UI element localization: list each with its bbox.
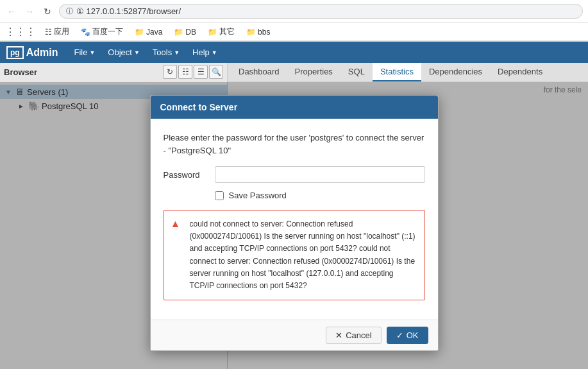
browser-toolbar: Browser ↻ ☷ ☰ 🔍 bbox=[0, 63, 227, 82]
error-text: could not connect to server: Connection … bbox=[190, 218, 417, 292]
save-password-label: Save Password bbox=[229, 191, 287, 200]
browser-toolbar-buttons: ↻ ☷ ☰ 🔍 bbox=[163, 65, 223, 79]
bookmark-java[interactable]: 📁 Java bbox=[132, 26, 165, 38]
menu-file-arrow: ▼ bbox=[89, 49, 95, 56]
modal-description: Please enter the password for the user '… bbox=[164, 132, 425, 157]
folder-icon-bbs: 📁 bbox=[246, 28, 256, 37]
tab-properties[interactable]: Properties bbox=[287, 63, 340, 82]
menu-help[interactable]: Help ▼ bbox=[186, 45, 224, 60]
folder-icon-db: 📁 bbox=[174, 28, 183, 37]
menu-object-label: Object bbox=[108, 47, 132, 57]
address-bar[interactable]: ⓘ ① 127.0.0.1:52877/browser/ bbox=[59, 4, 583, 19]
password-input[interactable] bbox=[215, 166, 425, 183]
forward-button[interactable]: → bbox=[23, 5, 36, 18]
pg-admin-text: Admin bbox=[26, 47, 58, 58]
cancel-button[interactable]: ✕ Cancel bbox=[326, 327, 381, 344]
url-text: ① 127.0.0.1:52877/browser/ bbox=[76, 6, 181, 16]
tab-dependencies[interactable]: Dependencies bbox=[421, 63, 490, 82]
lock-icon: ⓘ bbox=[66, 6, 73, 16]
folder-icon-java: 📁 bbox=[135, 28, 144, 37]
tab-dependents[interactable]: Dependents bbox=[490, 63, 550, 82]
tab-statistics[interactable]: Statistics bbox=[373, 63, 421, 82]
menu-tools-label: Tools bbox=[153, 47, 172, 57]
tab-sql[interactable]: SQL bbox=[340, 63, 373, 82]
ok-button[interactable]: ✓ OK bbox=[387, 327, 428, 344]
baidu-label: 百度一下 bbox=[92, 26, 123, 37]
menu-file-label: File bbox=[74, 47, 87, 57]
right-panel: Dashboard Properties SQL Statistics Depe… bbox=[228, 63, 588, 369]
bookmark-baidu[interactable]: 🐾 百度一下 bbox=[78, 25, 126, 39]
menu-object-arrow: ▼ bbox=[134, 49, 140, 56]
modal-overlay: Connect to Server Please enter the passw… bbox=[0, 82, 588, 369]
menu-tools-arrow: ▼ bbox=[174, 49, 180, 56]
browser-chrome: ← → ↻ ⓘ ① 127.0.0.1:52877/browser/ ⋮⋮⋮ ☷… bbox=[0, 0, 588, 42]
browser-refresh-button[interactable]: ↻ bbox=[163, 65, 177, 79]
apps-button[interactable]: ⋮⋮⋮ bbox=[5, 26, 36, 38]
password-label: Password bbox=[164, 170, 215, 180]
menu-tools[interactable]: Tools ▼ bbox=[146, 45, 186, 60]
other-label: 其它 bbox=[219, 26, 235, 37]
bookmark-apps[interactable]: ☷ 应用 bbox=[42, 25, 72, 39]
pgadmin-header: pg Admin File ▼ Object ▼ Tools ▼ Help ▼ bbox=[0, 42, 588, 63]
tab-content: for the sele Connect to Server Please en… bbox=[228, 82, 588, 369]
browser-nav: ← → ↻ ⓘ ① 127.0.0.1:52877/browser/ bbox=[0, 0, 588, 23]
password-field-row: Password bbox=[164, 166, 425, 183]
ok-icon: ✓ bbox=[396, 330, 403, 340]
pg-logo-box: pg bbox=[6, 46, 24, 59]
menu-file[interactable]: File ▼ bbox=[67, 45, 101, 60]
db-label: DB bbox=[185, 28, 196, 37]
save-password-row: Save Password bbox=[164, 191, 425, 200]
error-box: ▲ could not connect to server: Connectio… bbox=[164, 210, 425, 300]
folder-icon-other: 📁 bbox=[208, 28, 217, 37]
baidu-icon: 🐾 bbox=[81, 28, 90, 37]
bookmarks-bar: ⋮⋮⋮ ☷ 应用 🐾 百度一下 📁 Java 📁 DB 📁 其它 📁 bbs bbox=[0, 23, 588, 41]
browser-grid-button[interactable]: ☷ bbox=[178, 65, 192, 79]
modal-header: Connect to Server bbox=[151, 96, 438, 119]
apps-label: 应用 bbox=[54, 26, 69, 37]
menu-help-label: Help bbox=[192, 47, 210, 57]
bookmark-bbs[interactable]: 📁 bbs bbox=[244, 26, 273, 38]
apps-icon: ☷ bbox=[45, 28, 52, 37]
cancel-icon: ✕ bbox=[335, 330, 342, 340]
browser-search-button[interactable]: 🔍 bbox=[209, 65, 223, 79]
reload-button[interactable]: ↻ bbox=[41, 5, 54, 18]
menu-help-arrow: ▼ bbox=[212, 49, 217, 56]
pgadmin-menu: File ▼ Object ▼ Tools ▼ Help ▼ bbox=[67, 45, 223, 60]
modal-footer: ✕ Cancel ✓ OK bbox=[151, 320, 438, 350]
error-icon: ▲ bbox=[171, 218, 181, 230]
back-button[interactable]: ← bbox=[5, 5, 18, 18]
browser-panel-title: Browser bbox=[4, 67, 163, 77]
menu-object[interactable]: Object ▼ bbox=[101, 45, 146, 60]
modal-title: Connect to Server bbox=[160, 102, 238, 112]
java-label: Java bbox=[146, 28, 162, 37]
bookmark-db[interactable]: 📁 DB bbox=[171, 26, 199, 38]
ok-label: OK bbox=[407, 330, 419, 340]
bbs-label: bbs bbox=[258, 28, 270, 37]
save-password-checkbox[interactable] bbox=[215, 191, 224, 200]
main-content: Browser ↻ ☷ ☰ 🔍 ▼ 🖥 Servers (1) ► 🐘 Post… bbox=[0, 63, 588, 369]
browser-list-button[interactable]: ☰ bbox=[194, 65, 208, 79]
connect-to-server-modal: Connect to Server Please enter the passw… bbox=[150, 95, 439, 351]
tab-dashboard[interactable]: Dashboard bbox=[231, 63, 287, 82]
tabs-bar: Dashboard Properties SQL Statistics Depe… bbox=[228, 63, 588, 82]
cancel-label: Cancel bbox=[346, 330, 371, 340]
pgadmin-logo: pg Admin bbox=[6, 46, 58, 59]
bookmark-other[interactable]: 📁 其它 bbox=[205, 25, 237, 39]
modal-body: Please enter the password for the user '… bbox=[151, 119, 438, 320]
